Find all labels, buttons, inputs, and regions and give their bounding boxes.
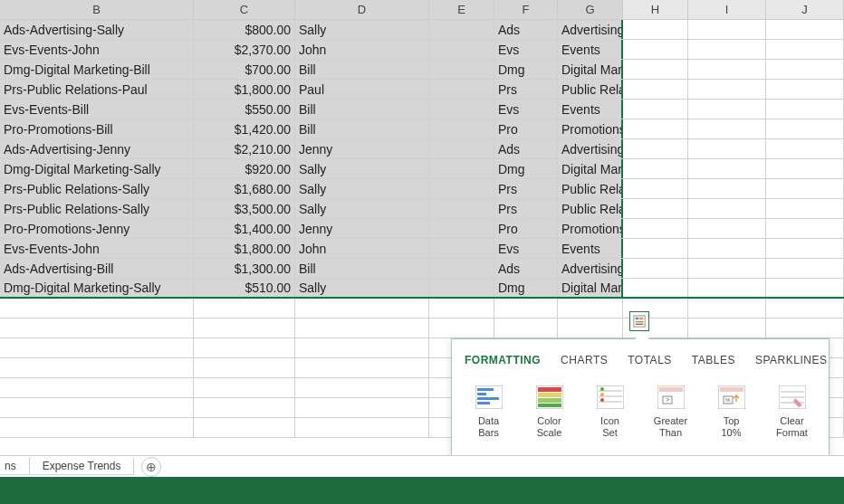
cell[interactable] — [194, 418, 295, 437]
table-row[interactable]: Evs-Events-John$1,800.00JohnEvsEvents — [0, 239, 844, 259]
cell[interactable] — [494, 299, 558, 318]
cell[interactable] — [429, 319, 494, 338]
cell[interactable]: Evs — [494, 100, 558, 119]
cell[interactable]: Sally — [295, 199, 429, 218]
tab-sparklines[interactable]: SPARKLINES — [755, 352, 827, 368]
cell[interactable]: Jenny — [295, 139, 429, 158]
cell[interactable]: Events — [558, 239, 623, 258]
cell[interactable]: Prs — [494, 80, 558, 99]
cell[interactable]: John — [295, 40, 429, 59]
cell[interactable]: $1,300.00 — [194, 259, 295, 278]
cell[interactable]: $700.00 — [194, 60, 295, 79]
cell[interactable]: Prs — [494, 179, 558, 198]
sheet-tab-partial[interactable]: ns — [0, 458, 30, 475]
cell[interactable]: $1,400.00 — [194, 219, 295, 238]
opt-data-bars[interactable]: DataBars — [466, 385, 511, 439]
cell[interactable]: Evs-Events-John — [0, 239, 194, 258]
cell[interactable]: Pro — [494, 119, 558, 138]
cell[interactable]: Ads-Advertising-Sally — [0, 20, 194, 39]
cell[interactable]: Digital Marketing — [558, 159, 623, 178]
cell[interactable] — [623, 60, 688, 79]
cell[interactable] — [623, 119, 688, 138]
cell[interactable]: Bill — [295, 100, 429, 119]
cell[interactable]: Pro-Promotions-Bill — [0, 119, 194, 138]
cell[interactable]: Jenny — [295, 219, 429, 238]
cell[interactable] — [766, 119, 844, 138]
col-header-c[interactable]: C — [194, 0, 295, 19]
opt-greater-than[interactable]: > GreaterThan — [648, 385, 693, 439]
cell[interactable]: Promotions — [558, 219, 623, 238]
cell[interactable] — [766, 159, 844, 178]
cell[interactable] — [429, 299, 494, 318]
tab-formatting[interactable]: FORMATTING — [465, 352, 541, 368]
cell[interactable] — [0, 319, 194, 338]
table-row[interactable]: Dmg-Digital Marketing-Sally$920.00SallyD… — [0, 159, 844, 179]
cell[interactable] — [0, 378, 194, 397]
cell[interactable]: Ads — [494, 139, 558, 158]
cell[interactable] — [295, 378, 429, 397]
cell[interactable] — [0, 358, 194, 377]
cell[interactable] — [623, 279, 688, 297]
cell[interactable]: Advertising — [558, 20, 623, 39]
table-row[interactable]: Pro-Promotions-Jenny$1,400.00JennyProPro… — [0, 219, 844, 239]
cell[interactable]: Paul — [295, 80, 429, 99]
cell[interactable] — [194, 378, 295, 397]
cell[interactable]: Ads — [494, 20, 558, 39]
cell[interactable]: Dmg-Digital Marketing-Bill — [0, 60, 194, 79]
cell[interactable]: Dmg-Digital Marketing-Sally — [0, 159, 194, 178]
cell[interactable]: Digital Marketing — [558, 279, 623, 297]
table-row[interactable]: Dmg-Digital Marketing-Sally$510.00SallyD… — [0, 279, 844, 299]
cell[interactable] — [623, 259, 688, 278]
cell[interactable]: Sally — [295, 159, 429, 178]
cell[interactable] — [766, 80, 844, 99]
cell[interactable]: John — [295, 239, 429, 258]
cell[interactable]: Dmg — [494, 279, 558, 297]
cell[interactable] — [494, 319, 558, 338]
cell[interactable]: Bill — [295, 119, 429, 138]
cell[interactable] — [0, 398, 194, 417]
cell[interactable] — [429, 139, 494, 158]
cell[interactable]: Evs — [494, 239, 558, 258]
cell[interactable] — [429, 239, 494, 258]
cell[interactable]: Prs-Public Relations-Sally — [0, 179, 194, 198]
cell[interactable] — [766, 279, 844, 297]
cell[interactable]: Dmg — [494, 60, 558, 79]
cell[interactable]: Pro — [494, 219, 558, 238]
cell[interactable] — [688, 20, 766, 39]
table-row[interactable]: Dmg-Digital Marketing-Bill$700.00BillDmg… — [0, 60, 844, 80]
table-row[interactable]: Ads-Advertising-Jenny$2,210.00JennyAdsAd… — [0, 139, 844, 159]
cell[interactable] — [295, 398, 429, 417]
cell[interactable] — [766, 100, 844, 119]
cell[interactable] — [688, 40, 766, 59]
col-header-e[interactable]: E — [429, 0, 494, 19]
cell[interactable]: Public Relations — [558, 80, 623, 99]
cell[interactable]: Advertising — [558, 139, 623, 158]
cell[interactable] — [766, 319, 844, 338]
table-row[interactable]: Prs-Public Relations-Sally$3,500.00Sally… — [0, 199, 844, 219]
cell[interactable] — [429, 219, 494, 238]
cell[interactable]: Public Relations — [558, 199, 623, 218]
cell[interactable] — [623, 179, 688, 198]
cell[interactable]: $1,420.00 — [194, 119, 295, 138]
cell[interactable] — [429, 20, 494, 39]
cell[interactable]: $800.00 — [194, 20, 295, 39]
col-header-i[interactable]: I — [688, 0, 766, 19]
cell[interactable] — [194, 338, 295, 357]
cell[interactable] — [429, 259, 494, 278]
cell[interactable]: Sally — [295, 20, 429, 39]
cell[interactable] — [623, 80, 688, 99]
cell[interactable] — [558, 319, 623, 338]
col-header-h[interactable]: H — [623, 0, 688, 19]
cell[interactable]: $3,500.00 — [194, 199, 295, 218]
cell[interactable]: Public Relations — [558, 179, 623, 198]
tab-charts[interactable]: CHARTS — [561, 352, 608, 368]
cell[interactable]: Events — [558, 40, 623, 59]
cell[interactable] — [688, 299, 766, 318]
cell[interactable] — [766, 299, 844, 318]
cell[interactable] — [688, 60, 766, 79]
cell[interactable]: Evs-Events-John — [0, 40, 194, 59]
table-row[interactable]: Prs-Public Relations-Sally$1,680.00Sally… — [0, 179, 844, 199]
cell[interactable] — [766, 179, 844, 198]
cell[interactable] — [295, 338, 429, 357]
cell[interactable] — [295, 319, 429, 338]
